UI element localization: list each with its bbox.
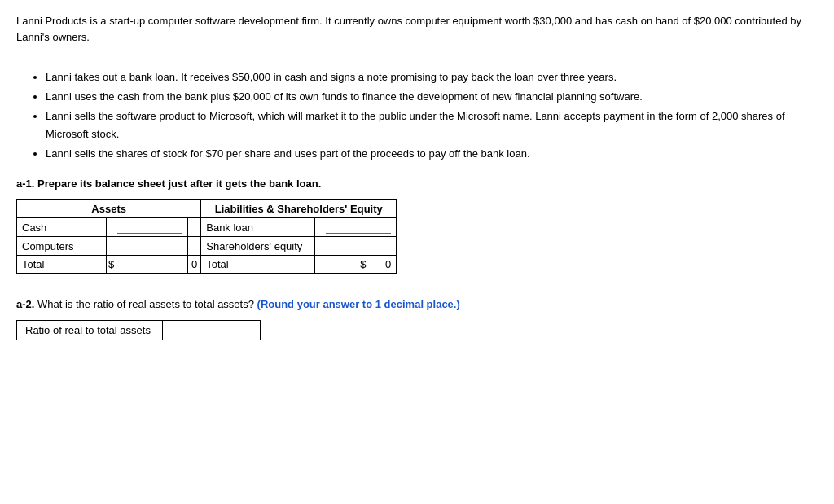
total-liab-cell: $ 0: [315, 256, 397, 274]
liability-input-shareholders-equity[interactable]: [315, 237, 397, 256]
ratio-row: Ratio of real to total assets: [16, 320, 818, 340]
table-row-1: Cash Bank loan: [17, 218, 397, 237]
asset-label-cash: Cash: [17, 218, 107, 237]
asset-input-cash[interactable]: [107, 218, 188, 237]
bullet-item-2: Lanni uses the cash from the bank plus $…: [46, 88, 818, 106]
section-a1: a-1. Prepare its balance sheet just afte…: [16, 177, 818, 274]
bullet-item-1: Lanni takes out a bank loan. It receives…: [46, 68, 818, 86]
asset-input-computers[interactable]: [107, 237, 188, 256]
bullet-list: Lanni takes out a bank loan. It receives…: [46, 68, 818, 163]
section-a1-description: Prepare its balance sheet just after it …: [37, 177, 321, 190]
liability-label-shareholders-equity: Shareholders' equity: [201, 237, 315, 256]
table-row-2: Computers Shareholders' equity: [17, 237, 397, 256]
liability-label-bank-loan: Bank loan: [201, 218, 315, 237]
shareholders-equity-input[interactable]: [326, 239, 391, 252]
cash-input[interactable]: [117, 221, 182, 234]
intro-paragraph: Lanni Products is a start-up computer so…: [16, 13, 818, 45]
ratio-input-box[interactable]: [163, 320, 261, 340]
a2-label: a-2.: [16, 298, 34, 310]
assets-header: Assets: [17, 200, 201, 218]
total-asset-value: 0: [188, 256, 201, 274]
liability-input-bank-loan[interactable]: [315, 218, 397, 237]
a2-question-body: What is the ratio of real assets to tota…: [37, 298, 254, 310]
computers-input[interactable]: [117, 239, 182, 252]
a2-emphasis-text: (Round your answer to 1 decimal place.): [257, 298, 460, 310]
section-a1-label: a-1. Prepare its balance sheet just afte…: [16, 177, 818, 190]
balance-sheet-table: Assets Liabilities & Shareholders' Equit…: [16, 199, 397, 274]
total-asset-label: Total: [17, 256, 107, 274]
table-row-total: Total $ 0 Total $ 0: [17, 256, 397, 274]
bank-loan-input[interactable]: [326, 221, 391, 234]
ratio-label: Ratio of real to total assets: [16, 320, 163, 340]
asset-label-computers: Computers: [17, 237, 107, 256]
bullet-item-4: Lanni sells the shares of stock for $70 …: [46, 145, 818, 163]
ratio-input[interactable]: [168, 324, 255, 336]
section-a2: a-2. What is the ratio of real assets to…: [16, 298, 818, 340]
a2-question: a-2. What is the ratio of real assets to…: [16, 298, 818, 310]
bullet-item-3: Lanni sells the software product to Micr…: [46, 107, 818, 143]
liabilities-header: Liabilities & Shareholders' Equity: [201, 200, 397, 218]
total-liab-label: Total: [201, 256, 315, 274]
total-asset-dollar: $: [107, 256, 188, 274]
